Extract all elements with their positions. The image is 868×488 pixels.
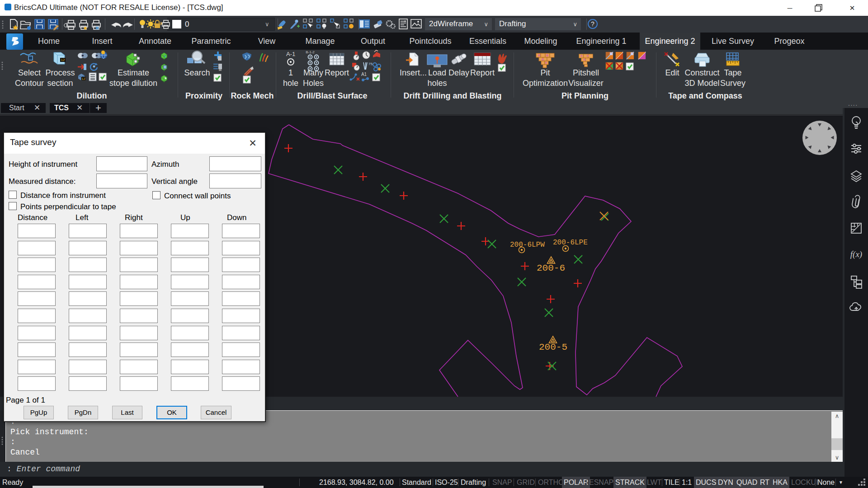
svg-text:200-6: 200-6	[537, 263, 565, 273]
svg-text:12: 12	[82, 77, 85, 80]
svg-text:12: 12	[61, 58, 65, 62]
svg-text:A-1: A-1	[286, 51, 295, 57]
svg-text:?: ?	[591, 20, 594, 28]
svg-text:f(x): f(x)	[850, 249, 862, 259]
svg-text:200-5: 200-5	[539, 342, 567, 352]
svg-text:A1: A1	[361, 72, 367, 77]
svg-text:75: 75	[368, 62, 373, 66]
svg-text:B-1-2: B-1-2	[306, 50, 315, 54]
svg-text:200-6LPE: 200-6LPE	[553, 239, 588, 247]
svg-text:200-6LPW: 200-6LPW	[510, 241, 545, 249]
